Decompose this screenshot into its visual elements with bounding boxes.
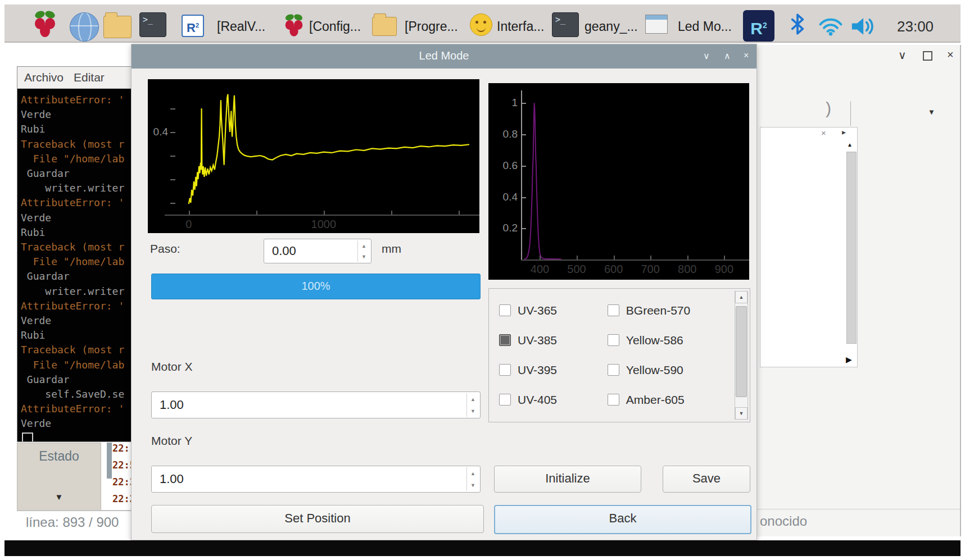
- menu-editar[interactable]: Editar: [74, 71, 105, 84]
- terminal-launcher-icon[interactable]: >_: [139, 12, 166, 37]
- task-label-realvnc[interactable]: [RealV...: [217, 19, 265, 34]
- led-checkbox-yellow-590[interactable]: Yellow-590: [608, 355, 722, 385]
- checkbox-unchecked-icon[interactable]: [608, 304, 619, 316]
- taskbar-clock: 23:00: [897, 18, 934, 35]
- checkbox-unchecked-icon[interactable]: [608, 334, 619, 346]
- intensity-scan-series: [189, 94, 469, 204]
- checkbox-unchecked-icon[interactable]: [499, 364, 511, 376]
- message-scrollbar[interactable]: [107, 443, 112, 479]
- checkbox-unchecked-icon[interactable]: [499, 304, 511, 316]
- taskbar-task-geany[interactable]: >_: [552, 12, 579, 37]
- minimize-icon[interactable]: ∨: [898, 48, 907, 62]
- led-checkbox-uv-395[interactable]: UV-395: [499, 355, 588, 385]
- checkbox-unchecked-icon[interactable]: [499, 394, 511, 406]
- checkbox-unchecked-icon[interactable]: [608, 394, 619, 406]
- spin-up-icon[interactable]: ▲: [470, 471, 475, 476]
- paso-unit-label: mm: [382, 242, 401, 256]
- initialize-button[interactable]: Initialize: [494, 466, 641, 493]
- sidebar-panel[interactable]: [760, 127, 858, 367]
- motor-x-input[interactable]: 1.00 ▲▼: [151, 391, 481, 418]
- raspberry-icon: [33, 11, 57, 39]
- checkbox-label: UV-395: [518, 363, 557, 377]
- set-position-button[interactable]: Set Position: [151, 505, 484, 533]
- estado-tab[interactable]: Estado ▼: [17, 443, 101, 511]
- y-tick-label: 0.8: [503, 128, 518, 140]
- spin-down-icon[interactable]: ▼: [470, 408, 475, 414]
- task-label-ledmode[interactable]: Led Mo...: [678, 19, 732, 34]
- scroll-up-icon[interactable]: ▲: [735, 291, 747, 303]
- motor-x-value: 1.00: [160, 398, 184, 412]
- panel-scrollbar-thumb[interactable]: [846, 152, 857, 344]
- task-label-config[interactable]: [Config...: [309, 19, 361, 34]
- scrollbar-thumb[interactable]: [736, 306, 747, 397]
- save-button[interactable]: Save: [663, 466, 750, 493]
- spinner-arrows[interactable]: ▲▼: [466, 467, 479, 491]
- uv385-spectrum-series: [524, 103, 561, 259]
- checkbox-checked-icon[interactable]: [499, 334, 511, 346]
- y-tick: [522, 103, 526, 104]
- taskbar-task-realvnc[interactable]: R2: [182, 15, 204, 37]
- spin-down-icon[interactable]: ▼: [361, 254, 366, 259]
- maximize-icon[interactable]: ∧: [724, 51, 731, 61]
- led-checkbox-yellow-586[interactable]: Yellow-586: [608, 325, 722, 355]
- task-label-geany[interactable]: geany_...: [585, 19, 638, 34]
- y-tick: [170, 179, 175, 180]
- led-checkbox-uv-385[interactable]: UV-385: [499, 325, 588, 355]
- y-tick: [170, 156, 175, 157]
- realvnc-tray-icon[interactable]: R2: [743, 10, 774, 42]
- maximize-icon[interactable]: [923, 51, 932, 61]
- spin-up-icon[interactable]: ▲: [470, 397, 475, 402]
- checkbox-unchecked-icon[interactable]: [608, 364, 619, 376]
- spin-down-icon[interactable]: ▼: [470, 482, 475, 488]
- close-icon[interactable]: ×: [947, 48, 954, 61]
- task-label-progre[interactable]: [Progre...: [405, 19, 458, 34]
- led-checkbox-uv-365[interactable]: UV-365: [499, 295, 588, 325]
- panel-close-icon[interactable]: ×: [821, 128, 826, 138]
- taskbar-task-interfa[interactable]: [470, 13, 492, 36]
- dropdown-arrow-icon[interactable]: ▼: [928, 108, 935, 116]
- web-browser-icon[interactable]: [70, 12, 99, 42]
- raspberry-menu-icon[interactable]: [33, 11, 57, 39]
- motor-y-input[interactable]: 1.00 ▲▼: [151, 466, 481, 493]
- chevron-down-icon[interactable]: ▼: [17, 492, 101, 502]
- led-panel-scrollbar[interactable]: ▲ ▼: [735, 291, 748, 420]
- spinner-arrows[interactable]: ▲▼: [357, 240, 370, 262]
- motor-y-label: Motor Y: [151, 434, 192, 448]
- spinner-arrows[interactable]: ▲▼: [466, 393, 479, 417]
- statusbar-divider: [17, 510, 132, 511]
- dialog-titlebar[interactable]: Led Mode ∨ ∧ ×: [132, 44, 756, 69]
- paso-value: 0.00: [272, 244, 296, 258]
- led-checkbox-uv-405[interactable]: UV-405: [499, 385, 588, 415]
- wifi-icon[interactable]: [818, 17, 843, 38]
- back-button[interactable]: Back: [494, 505, 751, 534]
- minimize-icon[interactable]: ∨: [703, 51, 710, 61]
- x-tick: [256, 211, 257, 215]
- close-icon[interactable]: ×: [744, 51, 749, 61]
- background-window[interactable]: ∨ × ) ▼ × ▸ ▲ ▶ onocido: [756, 45, 961, 536]
- spin-up-icon[interactable]: ▲: [361, 243, 366, 249]
- paso-input[interactable]: 0.00 ▲▼: [264, 239, 371, 263]
- taskbar-task-progre[interactable]: [372, 17, 397, 36]
- tab-scroll-right-icon[interactable]: ▶: [846, 355, 852, 364]
- led-checkbox-bgreen-570[interactable]: BGreen-570: [608, 295, 722, 325]
- y-tick-label: 0.4: [153, 126, 168, 138]
- checkbox-label: UV-365: [518, 304, 557, 317]
- chevron-right-icon[interactable]: ▸: [842, 128, 846, 136]
- bottom-screen-bar: [4, 540, 961, 556]
- file-manager-icon[interactable]: [103, 16, 132, 38]
- x-tick-label: 0: [185, 218, 192, 231]
- volume-icon[interactable]: [851, 16, 878, 39]
- x-tick-label: 900: [715, 263, 733, 276]
- scroll-up-icon[interactable]: ▲: [847, 142, 853, 148]
- menu-archivo[interactable]: Archivo: [24, 71, 64, 84]
- taskbar-task-config[interactable]: [282, 12, 306, 40]
- spectrum-plot: 4005006007008009000.20.40.60.81: [488, 83, 749, 280]
- scroll-down-icon[interactable]: ▼: [735, 407, 747, 420]
- task-label-interfa[interactable]: Interfa...: [497, 19, 544, 34]
- led-checkbox-amber-605[interactable]: Amber-605: [608, 385, 722, 415]
- x-tick: [324, 211, 325, 215]
- checkbox-label: UV-385: [518, 334, 557, 347]
- bluetooth-icon[interactable]: [790, 13, 805, 37]
- statusbar-right-text: onocido: [760, 513, 807, 529]
- taskbar-task-ledmode[interactable]: [645, 15, 668, 34]
